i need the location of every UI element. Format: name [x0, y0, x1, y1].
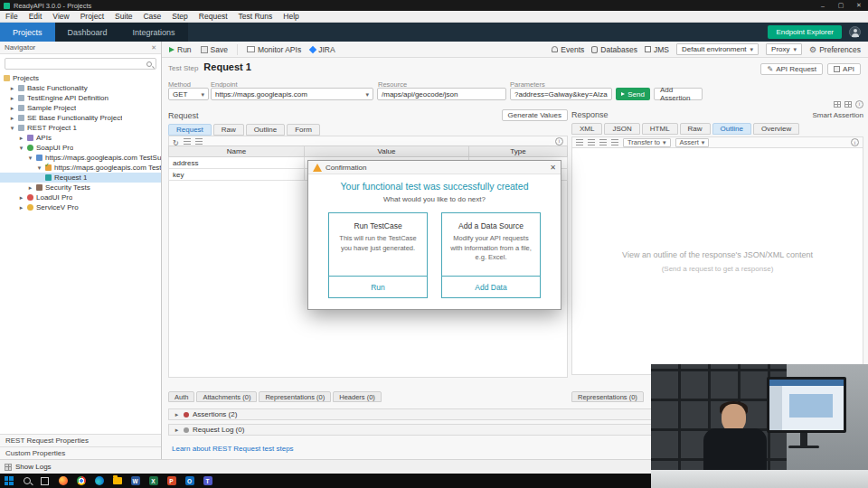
- param-name-cell[interactable]: key: [169, 169, 305, 181]
- expand-icon[interactable]: [9, 95, 15, 102]
- tree-item-rest-project-1[interactable]: REST Project 1: [0, 123, 161, 133]
- add-data-source-option[interactable]: Add a Data Source Modify your API reques…: [441, 212, 541, 298]
- help-link[interactable]: Learn about REST Request test steps: [172, 445, 294, 453]
- tab-raw[interactable]: Raw: [213, 124, 244, 136]
- dialog-close-icon[interactable]: [550, 164, 556, 172]
- method-select[interactable]: GET: [168, 88, 209, 100]
- resource-field[interactable]: [377, 88, 506, 100]
- assert-select[interactable]: Assert: [675, 138, 710, 147]
- column-header-type[interactable]: Type: [468, 146, 567, 157]
- tree-item-testsuite[interactable]: https://maps.googleapis.com TestSuite: [0, 153, 161, 163]
- expand-icon[interactable]: [9, 85, 15, 92]
- tree-item-basic-functionality[interactable]: Basic Functionality: [0, 83, 161, 93]
- smart-assertion-label[interactable]: Smart Assertion: [813, 111, 863, 119]
- add-assertion-button[interactable]: Add Assertion: [654, 88, 703, 100]
- tree-root-projects[interactable]: Projects: [0, 73, 161, 83]
- transfer-to-select[interactable]: Transfer to: [623, 138, 671, 147]
- task-view-icon[interactable]: [41, 477, 49, 485]
- tab-response-representations[interactable]: Representations (0): [571, 391, 644, 402]
- events-button[interactable]: Events: [552, 45, 584, 54]
- tab-attachments[interactable]: Attachments (0): [196, 391, 257, 402]
- databases-button[interactable]: Databases: [591, 45, 637, 54]
- tab-xml[interactable]: XML: [571, 123, 602, 135]
- tree-item-sample-project[interactable]: Sample Project: [0, 103, 161, 113]
- tab-form[interactable]: Form: [287, 124, 320, 136]
- proxy-select[interactable]: Proxy: [766, 43, 802, 55]
- expand-icon[interactable]: [18, 204, 24, 211]
- expand-icon[interactable]: [174, 411, 180, 418]
- file-explorer-icon[interactable]: [113, 477, 122, 484]
- show-logs-button[interactable]: Show Logs: [15, 463, 52, 471]
- close-icon[interactable]: [850, 0, 868, 11]
- info-icon[interactable]: [855, 100, 863, 108]
- collapse-icon[interactable]: [9, 125, 15, 132]
- tab-outline[interactable]: Outline: [712, 123, 751, 135]
- expand-icon[interactable]: [9, 105, 15, 112]
- param-name-cell[interactable]: address: [169, 157, 305, 169]
- menu-test-runs[interactable]: Test Runs: [233, 12, 278, 21]
- tree-item-se-base-functionality-project[interactable]: SE Base Functionality Project: [0, 113, 161, 123]
- collapse-icon[interactable]: [18, 145, 24, 152]
- sort-icon[interactable]: [184, 138, 191, 145]
- menu-view[interactable]: View: [47, 12, 74, 21]
- excel-icon[interactable]: X: [149, 476, 158, 485]
- menu-project[interactable]: Project: [75, 12, 109, 21]
- resource-input[interactable]: [382, 90, 502, 99]
- tab-outline[interactable]: Outline: [246, 124, 285, 136]
- run-testcase-option[interactable]: Run TestCase This will run the TestCase …: [328, 212, 428, 298]
- tab-headers[interactable]: Headers (0): [333, 391, 382, 402]
- tree-item-request-1-selected[interactable]: Request 1: [0, 173, 161, 183]
- word-icon[interactable]: W: [131, 476, 140, 485]
- api-button[interactable]: API: [827, 63, 861, 75]
- info-icon[interactable]: [851, 138, 859, 146]
- start-icon[interactable]: [5, 476, 14, 485]
- monitor-apis-button[interactable]: Monitor APIs: [247, 45, 301, 54]
- menu-file[interactable]: File: [0, 12, 24, 21]
- tab-integrations[interactable]: Integrations: [120, 23, 188, 42]
- align-icon[interactable]: [576, 139, 583, 145]
- tab-html[interactable]: HTML: [642, 123, 678, 135]
- align-icon[interactable]: [588, 139, 595, 145]
- navigator-search-input[interactable]: [9, 60, 146, 68]
- jms-button[interactable]: JMS: [645, 45, 669, 54]
- preferences-button[interactable]: Preferences: [809, 45, 861, 54]
- menu-suite[interactable]: Suite: [109, 12, 137, 21]
- menu-case[interactable]: Case: [137, 12, 166, 21]
- expand-icon[interactable]: [9, 115, 15, 122]
- outlook-icon[interactable]: O: [185, 476, 194, 485]
- generate-values-button[interactable]: Generate Values: [502, 109, 568, 121]
- edge-icon[interactable]: [95, 476, 104, 485]
- expand-icon[interactable]: [18, 135, 24, 142]
- chrome-icon[interactable]: [77, 476, 86, 485]
- parameters-field[interactable]: [510, 88, 612, 100]
- send-button[interactable]: Send: [616, 88, 650, 100]
- align-icon[interactable]: [611, 139, 618, 145]
- run-button[interactable]: Run: [169, 45, 192, 54]
- api-request-button[interactable]: API Request: [760, 63, 823, 75]
- parameters-input[interactable]: [514, 90, 608, 99]
- tab-overview[interactable]: Overview: [753, 123, 799, 135]
- add-data-button[interactable]: Add Data: [442, 276, 540, 297]
- expand-icon[interactable]: [27, 184, 33, 192]
- environment-select[interactable]: Default environment: [676, 43, 759, 55]
- navigator-search[interactable]: [5, 58, 156, 70]
- endpoint-select[interactable]: https://maps.googleapis.com: [211, 88, 373, 100]
- tab-dashboard[interactable]: Dashboard: [55, 23, 120, 42]
- tree-item-testengine-api-definition[interactable]: TestEngine API Definition: [0, 93, 161, 103]
- jira-button[interactable]: JIRA: [310, 45, 335, 54]
- maximize-icon[interactable]: [832, 0, 850, 11]
- account-icon[interactable]: [849, 26, 861, 38]
- tree-item-soapui-pro[interactable]: SoapUI Pro: [0, 143, 161, 153]
- collapse-icon[interactable]: [27, 155, 33, 162]
- tree-item-servicev-pro[interactable]: ServiceV Pro: [0, 202, 161, 212]
- tab-auth[interactable]: Auth: [168, 391, 194, 402]
- run-button[interactable]: Run: [329, 276, 427, 297]
- align-icon[interactable]: [599, 139, 607, 145]
- custom-properties-panel[interactable]: Custom Properties: [0, 446, 161, 459]
- save-button[interactable]: Save: [201, 45, 228, 54]
- firefox-icon[interactable]: [59, 476, 68, 485]
- tree-item-testcase-1[interactable]: https://maps.googleapis.com TestCase 1: [0, 163, 161, 173]
- menu-step[interactable]: Step: [166, 12, 193, 21]
- tab-representations[interactable]: Representations (0): [259, 391, 331, 402]
- tree-item-security-tests[interactable]: Security Tests: [0, 183, 161, 192]
